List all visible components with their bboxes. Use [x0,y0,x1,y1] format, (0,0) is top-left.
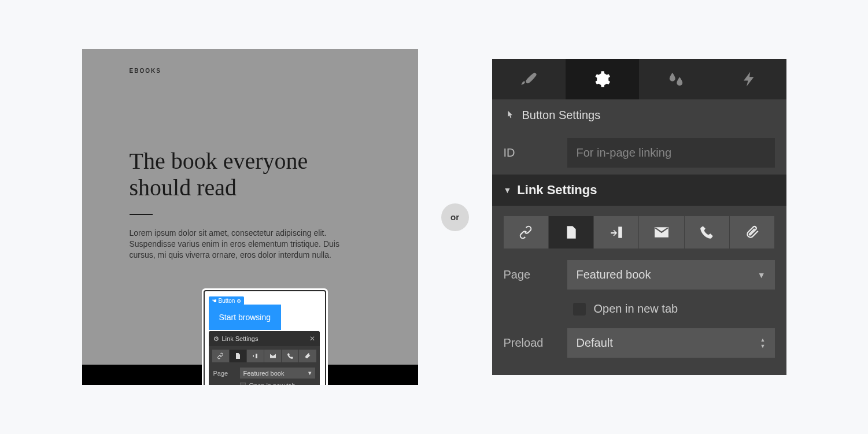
open-new-tab-label: Open in new tab [594,302,678,316]
email-link-icon[interactable] [639,216,684,248]
id-input[interactable] [567,138,775,168]
popover-header: ⚙ Link Settings ✕ [209,331,320,346]
page-link-icon[interactable] [549,216,593,248]
drops-icon [667,71,685,88]
id-field-row: ID [492,131,786,175]
link-settings-title: Link Settings [517,183,597,198]
brush-icon [520,71,537,88]
chevron-down-icon: ▾ [308,369,312,377]
panel-tab-row [492,59,786,99]
section-link-icon[interactable] [247,350,264,362]
tab-interactions[interactable] [712,59,786,99]
open-new-tab-label-mini: Open in new tab [249,382,296,385]
gear-icon[interactable]: ⚙ [237,298,241,304]
link-settings-popover: ⚙ Link Settings ✕ Page Featured book ▾ [209,331,320,385]
page-value: Featured book [577,268,651,281]
open-new-tab-checkbox-mini[interactable] [240,383,246,385]
page-row: Page Featured book ▼ [492,253,786,296]
link-settings-header[interactable]: ▼ Link Settings [492,175,786,206]
open-new-tab-checkbox[interactable] [573,303,586,316]
page-label: Page [504,268,556,281]
eyebrow-text: EBOOKS [130,68,371,74]
close-icon[interactable]: ✕ [309,335,315,343]
url-link-icon[interactable] [504,216,548,248]
page-label-mini: Page [213,370,235,377]
open-new-tab-row-mini[interactable]: Open in new tab [209,380,320,385]
page-link-icon[interactable] [230,350,246,362]
hero-body-text: Lorem ipsum dolor sit amet, consectetur … [130,228,361,261]
pointer-icon: ☚ [212,298,217,304]
selected-element-wrapper: ☚ Button ⚙ Start browsing ⚙ Link Setting… [202,288,328,385]
phone-link-icon[interactable] [685,216,729,248]
section-link-icon[interactable] [594,216,638,248]
element-tag-label: Button [219,298,235,304]
phone-link-icon[interactable] [282,350,298,362]
popover-title: Link Settings [222,335,258,342]
preload-row: Preload Default ▲▼ [492,321,786,365]
page-value-mini: Featured book [243,370,285,377]
preload-label: Preload [504,336,556,350]
stepper-icon: ▲▼ [760,337,766,349]
id-label: ID [504,146,556,159]
hero-rule [130,214,153,215]
tab-effects[interactable] [639,59,712,99]
page-select[interactable]: Featured book ▼ [567,260,775,290]
gear-icon [593,71,611,88]
canvas-preview: EBOOKS The book everyone should read Lor… [82,49,418,385]
pointer-icon [504,110,515,121]
preload-select[interactable]: Default ▲▼ [567,328,775,358]
button-settings-title: Button Settings [522,109,601,122]
gear-icon: ⚙ [213,335,219,343]
button-settings-header: Button Settings [492,99,786,131]
hero-title: The book everyone should read [130,148,371,201]
element-tag[interactable]: ☚ Button ⚙ [209,296,245,305]
url-link-icon[interactable] [212,350,229,362]
link-type-row [492,206,786,253]
file-link-icon[interactable] [299,350,316,362]
file-link-icon[interactable] [730,216,774,248]
page-select-mini[interactable]: Featured book ▾ [240,368,315,379]
tab-style[interactable] [492,59,566,99]
lightning-icon [741,71,758,88]
settings-panel: Button Settings ID ▼ Link Settings Page … [492,59,786,375]
email-link-icon[interactable] [264,350,281,362]
preload-value: Default [577,336,613,350]
link-type-icons-mini [209,346,320,366]
start-browsing-button[interactable]: Start browsing [209,305,281,330]
page-row-mini: Page Featured book ▾ [209,366,320,380]
chevron-down-icon: ▼ [504,186,512,195]
open-new-tab-row[interactable]: Open in new tab [492,296,786,321]
tab-settings[interactable] [566,59,639,99]
chevron-down-icon: ▼ [758,270,766,280]
or-separator: or [441,203,469,231]
